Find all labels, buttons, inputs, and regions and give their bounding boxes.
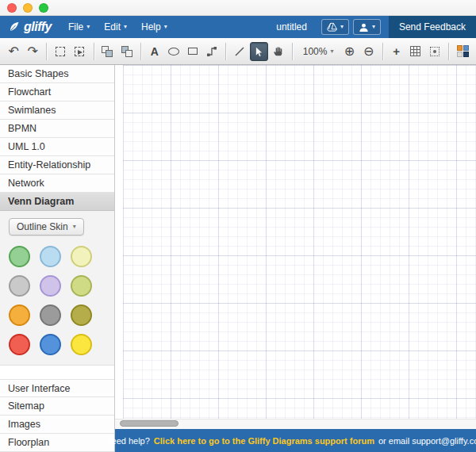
- venn-shape-green[interactable]: [9, 246, 30, 267]
- venn-shape-yellow[interactable]: [71, 334, 92, 355]
- account-button[interactable]: ▾: [353, 19, 381, 35]
- connector-icon: [206, 46, 217, 57]
- chevron-down-icon: ▾: [124, 24, 127, 30]
- google-drive-icon: [327, 22, 337, 32]
- bring-forward-button[interactable]: [98, 42, 116, 61]
- marquee-select-icon: [56, 47, 65, 56]
- venn-diagram-panel: Outline Skin ▾: [0, 211, 114, 366]
- pointer-tool-button[interactable]: [250, 42, 267, 61]
- send-feedback-button[interactable]: Send Feedback: [389, 16, 476, 38]
- sidebar-item-images[interactable]: Images: [0, 416, 114, 434]
- rectangle-tool-button[interactable]: [184, 42, 202, 61]
- zoom-level-value: 100%: [303, 46, 328, 57]
- chevron-down-icon: ▾: [372, 24, 375, 30]
- sidebar-item-swimlanes[interactable]: Swimlanes: [0, 102, 114, 120]
- help-bar: Need help? Click here to go to the Gliff…: [115, 429, 476, 452]
- chevron-down-icon: ▾: [86, 24, 90, 30]
- menu-file[interactable]: File ▾: [61, 16, 97, 38]
- chevron-down-icon: ▾: [73, 224, 76, 230]
- window-close-button[interactable]: [7, 3, 17, 13]
- sidebar-item-floorplan[interactable]: Floorplan: [0, 434, 114, 452]
- horizontal-scrollbar-thumb[interactable]: [120, 420, 178, 427]
- theme-palette-icon: [457, 45, 469, 57]
- shape-library-sidebar: Basic Shapes Flowchart Swimlanes BPMN UM…: [0, 65, 115, 452]
- sidebar-item-network[interactable]: Network: [0, 174, 114, 193]
- grid-toggle-button[interactable]: [407, 42, 424, 61]
- multi-select-button[interactable]: [71, 42, 88, 61]
- document-title[interactable]: untitled: [276, 21, 307, 33]
- text-tool-button[interactable]: A: [146, 42, 163, 61]
- venn-shape-olive[interactable]: [71, 305, 92, 326]
- undo-icon: ↶: [8, 45, 18, 58]
- window-zoom-button[interactable]: [39, 3, 48, 13]
- venn-shape-grid: [9, 246, 114, 355]
- drawing-canvas[interactable]: [123, 65, 476, 419]
- connector-tool-button[interactable]: [203, 42, 221, 61]
- gliffy-logo-icon: [8, 21, 21, 33]
- menu-help[interactable]: Help ▾: [134, 16, 175, 38]
- venn-shape-light-blue[interactable]: [40, 246, 61, 267]
- hand-icon: [273, 46, 284, 57]
- send-backward-button[interactable]: [118, 42, 136, 61]
- toolbar-separator: [46, 43, 47, 60]
- sidebar-item-flowchart[interactable]: Flowchart: [0, 83, 114, 102]
- marquee-select-button[interactable]: [52, 42, 69, 61]
- venn-shape-dark-gray[interactable]: [40, 305, 61, 326]
- snap-to-grid-button[interactable]: [426, 42, 443, 61]
- menu-file-label: File: [68, 21, 83, 33]
- zoom-out-icon: ⊖: [363, 45, 374, 58]
- sidebar-item-user-interface[interactable]: User Interface: [0, 379, 114, 397]
- menu-help-label: Help: [141, 21, 161, 33]
- venn-shape-gray[interactable]: [9, 275, 30, 297]
- help-prefix: Need help?: [106, 436, 150, 446]
- google-drive-button[interactable]: ▾: [321, 19, 349, 35]
- chevron-down-icon: ▾: [164, 24, 167, 30]
- sidebar-item-basic-shapes[interactable]: Basic Shapes: [0, 65, 114, 83]
- theme-button[interactable]: [454, 42, 471, 61]
- venn-shape-yellow-green[interactable]: [71, 275, 92, 297]
- ellipse-tool-button[interactable]: [165, 42, 182, 61]
- send-feedback-label: Send Feedback: [399, 21, 466, 33]
- zoom-in-icon: ⊕: [344, 45, 355, 58]
- text-tool-icon: A: [151, 45, 159, 58]
- sidebar-item-uml[interactable]: UML 1.0: [0, 138, 114, 156]
- undo-button[interactable]: ↶: [5, 42, 22, 61]
- multi-select-icon: [75, 47, 84, 56]
- rectangle-icon: [188, 48, 198, 55]
- support-forum-link[interactable]: Click here to go to the Gliffy Diagrams …: [154, 436, 374, 446]
- venn-shape-pale-yellow[interactable]: [71, 246, 92, 267]
- gliffy-logo[interactable]: gliffy: [8, 20, 52, 34]
- skin-dropdown[interactable]: Outline Skin ▾: [9, 218, 84, 236]
- venn-shape-blue[interactable]: [40, 334, 61, 355]
- plus-icon: +: [393, 45, 400, 57]
- line-tool-button[interactable]: [231, 42, 248, 61]
- window-minimize-button[interactable]: [23, 3, 33, 13]
- zoom-level-dropdown[interactable]: 100% ▾: [298, 42, 340, 61]
- toolbar-separator: [140, 43, 141, 60]
- redo-button[interactable]: ↷: [24, 42, 41, 61]
- help-suffix: or email support@gliffy.com: [378, 436, 476, 446]
- pan-tool-button[interactable]: [270, 42, 287, 61]
- user-icon: [359, 22, 369, 33]
- sidebar-item-bpmn[interactable]: BPMN: [0, 120, 114, 138]
- sidebar-item-venn-diagram[interactable]: Venn Diagram: [0, 193, 114, 211]
- chevron-down-icon: ▾: [340, 24, 344, 30]
- window-titlebar: [0, 0, 476, 16]
- chevron-down-icon: ▾: [330, 48, 333, 55]
- menu-edit-label: Edit: [104, 21, 121, 33]
- toolbar-separator: [94, 43, 94, 60]
- toolbar-separator: [382, 43, 383, 60]
- sidebar-item-entity-relationship[interactable]: Entity-Relationship: [0, 156, 114, 174]
- send-backward-icon: [121, 46, 132, 57]
- menu-edit[interactable]: Edit ▾: [97, 16, 134, 38]
- zoom-out-button[interactable]: ⊖: [360, 42, 378, 61]
- sidebar-item-sitemap[interactable]: Sitemap: [0, 397, 114, 416]
- venn-shape-red[interactable]: [9, 334, 30, 355]
- venn-shape-orange[interactable]: [9, 305, 30, 326]
- drawing-guides-button[interactable]: +: [388, 42, 405, 61]
- zoom-in-button[interactable]: ⊕: [340, 42, 358, 61]
- ellipse-icon: [168, 48, 179, 56]
- navbar: gliffy File ▾ Edit ▾ Help ▾ untitled ▾ ▾: [0, 16, 476, 38]
- toolbar-separator: [448, 43, 449, 60]
- venn-shape-lavender[interactable]: [40, 275, 61, 297]
